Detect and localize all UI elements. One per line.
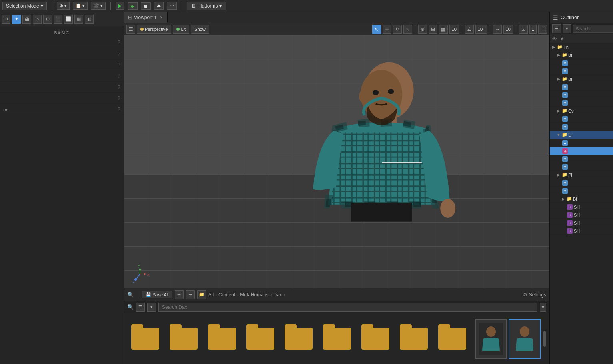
search-dax-input[interactable] xyxy=(158,303,537,312)
more-button[interactable]: ⋯ xyxy=(167,2,177,10)
tree-item-2b[interactable]: M 👁 ★ xyxy=(550,91,613,99)
play-next-button[interactable]: ⏭ xyxy=(128,2,138,10)
prop-help-7[interactable]: ? xyxy=(118,106,120,112)
angle-size-btn[interactable]: 10° xyxy=(475,25,487,34)
skip-button[interactable]: ⏏ xyxy=(154,2,164,10)
lp-tool-1[interactable]: ⊕ xyxy=(2,15,10,24)
breadcrumb-all[interactable]: All xyxy=(208,292,214,298)
layout-num-btn[interactable]: 1 xyxy=(529,25,537,34)
filter-button[interactable]: ☰ xyxy=(136,303,145,312)
tree-item-cy-b[interactable]: M 👁 xyxy=(550,123,613,131)
prop-help-5[interactable]: ? xyxy=(118,84,120,90)
viewport-tab-1[interactable]: ⊞ Viewport 1 ✕ xyxy=(124,12,168,23)
lp-tool-7[interactable]: ⬜ xyxy=(64,15,73,24)
tree-item-1[interactable]: ▶ 📁 Bl 👁 ★ xyxy=(550,51,613,59)
scale-size-btn[interactable]: 10 xyxy=(503,25,513,34)
grid-btn[interactable]: ▦ xyxy=(439,25,448,34)
asset-folder-8[interactable] xyxy=(396,323,432,355)
expand-icon-bl2[interactable]: ▶ xyxy=(561,197,566,201)
preview-thumb-1[interactable] xyxy=(475,319,507,359)
tree-item-sh1[interactable]: S SH 👁 ★ xyxy=(550,203,613,211)
outliner-filter-down[interactable]: ▾ xyxy=(563,24,571,33)
asset-folder-9[interactable] xyxy=(434,323,470,355)
scale-mode-btn[interactable]: ↔ xyxy=(493,25,502,34)
preview-thumb-2[interactable] xyxy=(509,319,541,359)
tree-item-0[interactable]: ▶ 📁 Thi 👁 ★ xyxy=(550,43,613,51)
filter-down-btn[interactable]: ▾ xyxy=(147,303,156,312)
breadcrumb-metahumans[interactable]: MetaHumans xyxy=(240,292,268,298)
cinematics-button[interactable]: 🎬 ▾ xyxy=(91,2,106,10)
expand-icon-0[interactable]: ▶ xyxy=(551,45,556,49)
stop-button[interactable]: ⏹ xyxy=(141,2,151,10)
scale-tool-btn[interactable]: ⤡ xyxy=(403,25,412,34)
add-button[interactable]: ⊕ ▾ xyxy=(57,2,70,10)
show-btn[interactable]: Show xyxy=(191,25,209,34)
asset-folder-6[interactable] xyxy=(319,323,355,355)
tree-item-sh4[interactable]: S SH 👁 ★ xyxy=(550,227,613,235)
search-icon-left-1[interactable]: 🔍 xyxy=(127,292,134,298)
world-btn[interactable]: ⊕ xyxy=(418,25,427,34)
lp-tool-3[interactable]: 🏔 xyxy=(22,15,31,24)
outliner-tree[interactable]: ▶ 📁 Thi 👁 ★ ▶ 📁 Bl 👁 ★ M xyxy=(550,43,613,364)
lp-tool-8[interactable]: ▦ xyxy=(74,15,83,24)
tree-item-1a[interactable]: M 👁 ★ xyxy=(550,59,613,67)
search-dropdown-btn[interactable]: ▾ xyxy=(540,303,546,312)
grid-size-btn[interactable]: 10 xyxy=(449,25,459,34)
outliner-search-input[interactable] xyxy=(573,25,613,33)
platforms-dropdown[interactable]: 🖥 Platforms ▾ xyxy=(187,2,226,10)
select-tool-btn[interactable]: ↖ xyxy=(372,25,381,34)
tree-item-li-b[interactable]: ◈ 👁 xyxy=(550,147,613,155)
play-button[interactable]: ▶ xyxy=(116,2,124,10)
tree-item-cy-a[interactable]: M 👁 xyxy=(550,115,613,123)
lit-btn[interactable]: Lit xyxy=(173,25,189,34)
prop-help-2[interactable]: ? xyxy=(118,50,120,56)
tree-item-pl[interactable]: ▶ 📁 Pl 👁 xyxy=(550,171,613,179)
snap-btn[interactable]: ⊞ xyxy=(429,25,437,34)
tree-item-pl-a[interactable]: M 👁 xyxy=(550,179,613,187)
blueprint-button[interactable]: 📋 ▾ xyxy=(73,2,88,10)
tree-item-li-c[interactable]: M 👁 xyxy=(550,155,613,163)
tree-item-sh2[interactable]: S SH 👁 ★ xyxy=(550,211,613,219)
viewport-tab-close[interactable]: ✕ xyxy=(160,15,163,20)
prop-help-1[interactable]: ? xyxy=(118,39,120,45)
breadcrumb-dax[interactable]: Dax xyxy=(274,292,282,298)
tree-item-li-d[interactable]: M 👁 xyxy=(550,163,613,171)
tree-item-li[interactable]: ▼ 📁 Li 👁 ★ xyxy=(550,131,613,139)
folder-btn[interactable]: 📁 xyxy=(197,290,206,299)
viewport[interactable]: X Y Z xyxy=(124,35,549,288)
perspective-btn[interactable]: Perspective xyxy=(137,25,171,34)
maximize-btn[interactable]: ⛶ xyxy=(538,25,547,34)
asset-folder-4[interactable] xyxy=(242,323,278,355)
prop-help-3[interactable]: ? xyxy=(118,62,120,68)
history-forward-btn[interactable]: ↪ xyxy=(186,290,195,299)
lp-tool-5[interactable]: ⊞ xyxy=(43,15,52,24)
prop-help-4[interactable]: ? xyxy=(118,73,120,79)
save-all-button[interactable]: 💾 Save All xyxy=(142,291,172,298)
settings-button[interactable]: ⚙ Settings xyxy=(523,292,546,298)
asset-scrollbar[interactable] xyxy=(543,330,546,347)
prop-help-6[interactable]: ? xyxy=(118,95,120,101)
search-icon-bottom[interactable]: 🔍 xyxy=(127,304,134,310)
asset-folder-7[interactable] xyxy=(357,323,393,355)
lp-tool-9[interactable]: ◧ xyxy=(85,15,94,24)
outliner-filter-btn[interactable]: ☰ xyxy=(552,24,561,33)
tree-item-bl2[interactable]: ▶ 📁 Bl 👁 ★ xyxy=(550,195,613,203)
hamburger-menu-btn[interactable]: ☰ xyxy=(126,25,135,34)
expand-icon-2[interactable]: ▶ xyxy=(556,77,561,81)
move-tool-btn[interactable]: ✛ xyxy=(383,25,391,34)
expand-icon-pl[interactable]: ▶ xyxy=(556,173,561,177)
asset-folder-2[interactable] xyxy=(166,323,202,355)
asset-folder-1[interactable] xyxy=(127,323,163,355)
lp-tool-4[interactable]: ▷ xyxy=(33,15,42,24)
breadcrumb-content[interactable]: Content xyxy=(218,292,235,298)
angle-btn[interactable]: ∠ xyxy=(465,25,474,34)
layout-btn[interactable]: ⊡ xyxy=(519,25,528,34)
history-back-btn[interactable]: ↩ xyxy=(175,290,184,299)
expand-icon-1[interactable]: ▶ xyxy=(556,53,561,57)
rotate-tool-btn[interactable]: ↻ xyxy=(393,25,402,34)
tree-item-cy[interactable]: ▶ 📁 Cy 👁 ★ xyxy=(550,107,613,115)
tree-item-2c[interactable]: M 👁 ★ xyxy=(550,99,613,107)
asset-scroll-thumb[interactable] xyxy=(543,331,546,347)
lp-tool-2[interactable]: ✦ xyxy=(12,15,21,24)
asset-folder-3[interactable] xyxy=(204,323,240,355)
